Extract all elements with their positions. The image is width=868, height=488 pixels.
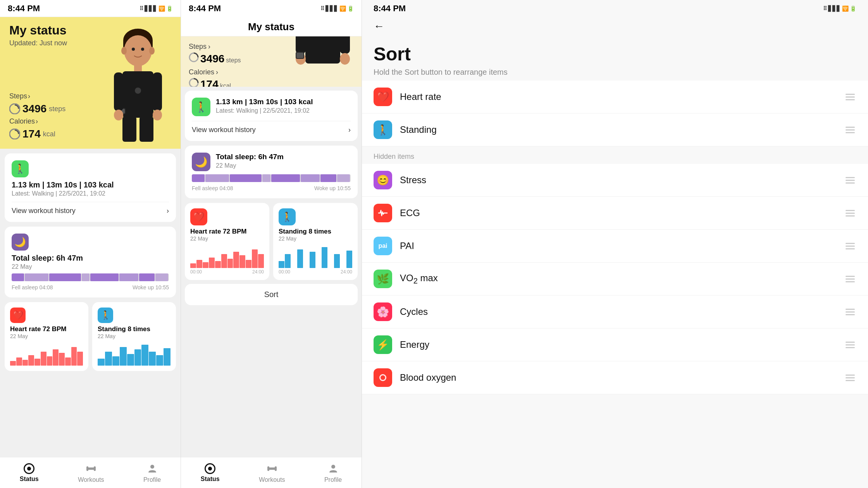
pai-drag-handle[interactable]: [844, 241, 856, 251]
status-bar-1: 8:44 PM ⠿ ▋▋▋ 🛜 🔋: [0, 0, 181, 17]
view-history-label-2: View workout history: [192, 126, 256, 134]
tab-status-2[interactable]: Status: [201, 463, 220, 483]
calories-row[interactable]: Calories ›: [9, 117, 65, 125]
standing-sort-icon: 🚶: [374, 120, 392, 139]
svg-point-6: [141, 48, 144, 51]
energy-sort-label: Energy: [400, 339, 844, 350]
sleep-title-2: Total sleep: 6h 47m: [216, 153, 284, 161]
sort-button-2[interactable]: Sort: [185, 284, 358, 305]
sort-item-standing[interactable]: 🚶 Standing: [362, 113, 868, 146]
sort-item-energy[interactable]: ⚡ Energy: [362, 328, 868, 361]
standing-card-2[interactable]: 🚶 Standing 8 times 22 May: [273, 203, 358, 280]
heart-chart-labels: 00:00 24:00: [190, 269, 264, 275]
bluetooth-icon-2: ⠿: [320, 5, 324, 12]
calories-value-row: 174 kcal: [9, 128, 65, 140]
view-history-2[interactable]: View workout history ›: [192, 121, 351, 134]
heart-rate-card[interactable]: ❤️ Heart rate 72 BPM 22 May: [5, 302, 88, 371]
back-nav[interactable]: ←: [362, 17, 868, 36]
tab-profile-1[interactable]: Profile: [143, 462, 161, 483]
cal-val-2: 174: [200, 78, 219, 87]
back-arrow[interactable]: ←: [374, 20, 384, 32]
tab-status-1[interactable]: Status: [20, 463, 39, 483]
heart-title: Heart rate 72 BPM: [10, 325, 83, 333]
woke-up-2: Woke up 10:55: [314, 185, 351, 191]
heart-rate-drag-handle[interactable]: [844, 92, 856, 102]
svg-rect-8: [122, 71, 153, 118]
ecg-drag-handle[interactable]: [844, 208, 856, 218]
stress-drag-handle[interactable]: [844, 175, 856, 185]
svg-point-30: [340, 53, 350, 65]
wifi-icon-2: 🛜: [339, 5, 346, 12]
standing-card[interactable]: 🚶 Standing 8 times 22 May: [92, 302, 176, 371]
svg-rect-35: [275, 466, 277, 471]
heart-date-2: 22 May: [190, 235, 264, 242]
sleep-date-2: 22 May: [216, 162, 284, 169]
ecg-sort-icon: [374, 204, 392, 222]
vo2max-sort-label: VO2 max: [400, 273, 844, 285]
hero-updated: Updated: Just now: [9, 39, 67, 47]
steps-row[interactable]: Steps ›: [9, 92, 65, 100]
view-history-chevron: ›: [167, 207, 169, 215]
sort-subtitle: Hold the Sort button to rearrange items: [374, 68, 856, 77]
workout-card-2[interactable]: 🚶 1.13 km | 13m 10s | 103 kcal Latest: W…: [185, 91, 358, 141]
workout-title-2: 1.13 km | 13m 10s | 103 kcal: [216, 98, 313, 106]
calories-unit: kcal: [43, 130, 55, 138]
wifi-icon: 🛜: [158, 5, 165, 12]
standing-drag-handle[interactable]: [844, 125, 856, 135]
workout-card[interactable]: 🚶 1.13 km | 13m 10s | 103 kcal Latest: W…: [5, 153, 176, 222]
standing-sort-label: Standing: [400, 124, 844, 135]
sleep-card[interactable]: 🌙 Total sleep: 6h 47m 22 May Fell asleep…: [5, 227, 176, 297]
workouts-icon-2: [266, 462, 278, 475]
phone2-hero: Steps › 3496 steps Calories ›: [181, 36, 362, 87]
sort-item-heart-rate[interactable]: ❤️ Heart rate: [362, 81, 868, 113]
svg-point-14: [153, 110, 162, 120]
vo2max-drag-handle[interactable]: [844, 274, 856, 284]
sort-status-bar: 8:44 PM ⠿ ▋▋▋ 🛜 🔋: [362, 0, 868, 17]
sort-item-pai[interactable]: pai PAI: [362, 230, 868, 263]
calories-label: Calories ›: [9, 117, 38, 125]
cycles-drag-handle[interactable]: [844, 307, 856, 317]
tab-status-label-1: Status: [20, 476, 39, 483]
sort-title: Sort: [374, 43, 856, 65]
workout-icon: 🚶: [12, 160, 29, 177]
view-history-row[interactable]: View workout history ›: [12, 202, 169, 215]
steps-ring-2: [189, 52, 199, 62]
blood-oxygen-drag-handle[interactable]: [844, 373, 856, 383]
steps-value-row: 3496 steps: [9, 103, 65, 115]
stress-sort-icon: 😊: [374, 171, 392, 189]
sort-item-ecg[interactable]: ECG: [362, 197, 868, 230]
sleep-icon: 🌙: [12, 234, 29, 251]
svg-rect-21: [86, 466, 88, 471]
svg-point-4: [149, 47, 155, 55]
sort-item-vo2max[interactable]: 🌿 VO2 max: [362, 263, 868, 296]
sort-item-cycles[interactable]: 🌸 Cycles: [362, 296, 868, 328]
phone2: 8:44 PM ⠿ ▋▋▋ 🛜 🔋 My status Steps ›: [181, 0, 362, 488]
active-items-list: ❤️ Heart rate 🚶 Standing: [362, 81, 868, 146]
woke-up-label: Woke up 10:55: [133, 284, 169, 290]
sleep-labels-2: Fell asleep 04:08 Woke up 10:55: [192, 185, 351, 191]
sort-item-blood-oxygen[interactable]: Blood oxygen: [362, 361, 868, 394]
bluetooth-icon: ⠿: [140, 5, 143, 12]
sort-item-stress[interactable]: 😊 Stress: [362, 164, 868, 197]
svg-point-38: [381, 375, 385, 380]
sleep-card-2[interactable]: 🌙 Total sleep: 6h 47m 22 May Fell asleep…: [185, 146, 358, 198]
energy-drag-handle[interactable]: [844, 340, 856, 350]
phone2-header: My status: [181, 17, 362, 36]
sleep-date: 22 May: [12, 263, 169, 270]
tab-workouts-2[interactable]: Workouts: [259, 462, 285, 483]
sleep-seg2: [25, 273, 48, 281]
fell-asleep-label: Fell asleep 04:08: [12, 284, 53, 290]
status-bar-2: 8:44 PM ⠿ ▋▋▋ 🛜 🔋: [181, 0, 362, 17]
sort-panel: 8:44 PM ⠿ ▋▋▋ 🛜 🔋 ← Sort Hold the Sort b…: [362, 0, 868, 488]
steps-label-2: Steps: [189, 43, 207, 51]
fell-asleep-2: Fell asleep 04:08: [192, 185, 233, 191]
sleep-seg7: [139, 273, 155, 281]
steps-unit: steps: [49, 105, 65, 113]
tab-workouts-1[interactable]: Workouts: [78, 462, 104, 483]
hidden-items-label: Hidden items: [362, 146, 868, 164]
signal-icon: ▋▋▋: [145, 5, 157, 12]
heart-card-2[interactable]: ❤️ Heart rate 72 BPM 22 May: [185, 203, 269, 280]
svg-rect-22: [94, 466, 96, 471]
tab-profile-2[interactable]: Profile: [324, 462, 342, 483]
tab-status-label-2: Status: [201, 476, 220, 483]
